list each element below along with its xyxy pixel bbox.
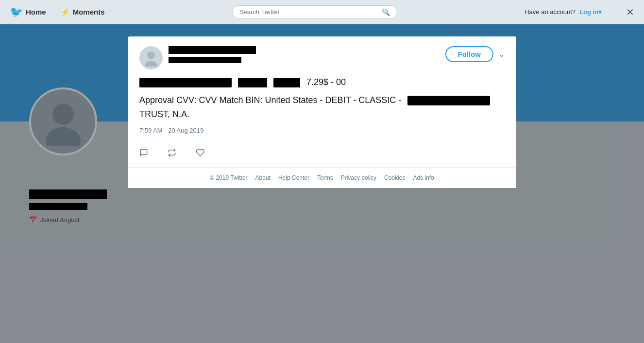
ads-link[interactable]: Ads info <box>413 174 434 181</box>
redacted-block-1 <box>139 78 232 87</box>
tweet-text-2: Approval CVV: CVV Match BIN: United Stat… <box>139 95 401 105</box>
search-icon: 🔍 <box>382 8 390 16</box>
tweet-avatar-svg <box>142 49 160 67</box>
tweet-footer <box>139 142 505 159</box>
tweet-name-redacted <box>169 46 256 54</box>
nav-right: Have an account? Log in▾ <box>525 8 602 16</box>
tweet-timestamp: 7:59 AM - 20 Aug 2019 <box>139 127 505 134</box>
nav-logo[interactable]: 🐦 Home <box>10 6 46 18</box>
follow-button[interactable]: Follow <box>445 46 494 62</box>
home-link[interactable]: Home <box>26 8 46 16</box>
help-link[interactable]: Help Center <box>278 174 309 181</box>
tweet-text-3: TRUST, N.A. <box>139 109 189 119</box>
modal-footer: © 2019 Twitter About Help Center Terms P… <box>128 167 516 188</box>
tweet-content: 7.29$ - 00 Approval CVV: CVV Match BIN: … <box>139 75 505 121</box>
copyright-text: © 2019 Twitter <box>210 174 247 181</box>
redacted-block-4 <box>407 96 490 105</box>
retweet-icon <box>168 148 176 159</box>
about-link[interactable]: About <box>255 174 271 181</box>
close-button[interactable]: ✕ <box>626 6 634 18</box>
search-container: 🔍 <box>119 5 510 19</box>
like-button[interactable] <box>196 148 204 159</box>
tweet-modal: Follow ⌄ 7.29$ - 00 Approval CVV: CVV Ma… <box>128 36 516 188</box>
moments-label: Moments <box>73 8 105 16</box>
tweet-header: Follow ⌄ <box>139 46 505 69</box>
cookies-link[interactable]: Cookies <box>384 174 405 181</box>
reply-button[interactable] <box>139 148 148 159</box>
privacy-link[interactable]: Privacy policy <box>341 174 376 181</box>
tweet-line1: 7.29$ - 00 <box>139 75 505 89</box>
tweet-actions-right: Follow ⌄ <box>445 46 505 62</box>
search-input[interactable] <box>239 8 378 16</box>
svg-point-2 <box>147 51 155 59</box>
bolt-icon: ⚡ <box>61 8 70 17</box>
search-box[interactable]: 🔍 <box>232 5 397 19</box>
twitter-bird-icon: 🐦 <box>10 6 23 18</box>
chevron-down-icon: ⌄ <box>498 50 505 58</box>
svg-point-3 <box>145 61 157 67</box>
like-icon <box>196 148 204 159</box>
redacted-block-3 <box>273 78 300 87</box>
terms-link[interactable]: Terms <box>317 174 333 181</box>
tweet-handle-redacted <box>169 57 241 63</box>
have-account-text: Have an account? <box>525 8 576 16</box>
more-options-button[interactable]: ⌄ <box>498 50 505 59</box>
navbar: 🐦 Home ⚡ Moments 🔍 Have an account? Log … <box>0 0 644 24</box>
moments-link[interactable]: ⚡ Moments <box>61 8 105 17</box>
retweet-button[interactable] <box>168 148 176 159</box>
tweet-price: 7.29$ - 00 <box>306 77 346 87</box>
tweet-card: Follow ⌄ 7.29$ - 00 Approval CVV: CVV Ma… <box>128 36 516 167</box>
tweet-user-info <box>169 46 440 63</box>
login-button[interactable]: Log in▾ <box>579 8 602 16</box>
reply-icon <box>139 148 148 159</box>
tweet-avatar <box>139 46 163 69</box>
redacted-block-2 <box>238 78 267 87</box>
tweet-line2: Approval CVV: CVV Match BIN: United Stat… <box>139 93 505 121</box>
